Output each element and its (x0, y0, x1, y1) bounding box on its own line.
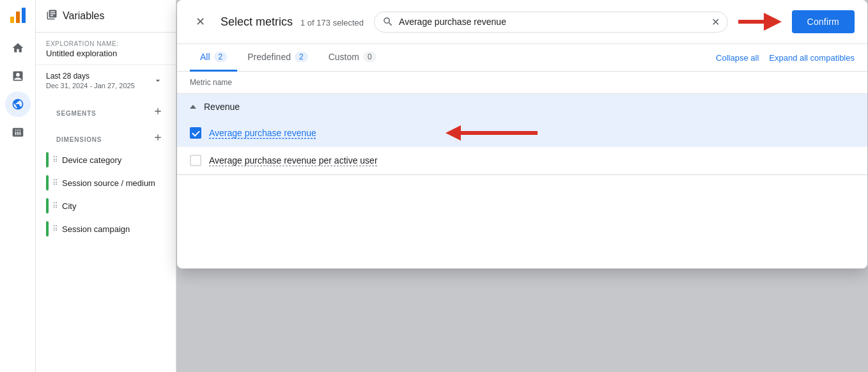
date-range-expand-btn[interactable] (150, 73, 166, 88)
exploration-name-label: EXPLORATION NAME: (36, 33, 176, 49)
metric-table: Metric name Revenue Average purchase rev… (177, 72, 867, 268)
dimension-drag-icon: ⠿ (52, 224, 58, 233)
search-bar: ✕ (374, 12, 728, 33)
variables-header: Variables (36, 0, 176, 33)
segments-section-header: SEGMENTS (36, 96, 176, 122)
analytics-logo (8, 5, 28, 27)
row-arrow-shaft (461, 131, 538, 135)
metric-row-avg-purchase-revenue[interactable]: Average purchase revenue (177, 120, 867, 147)
dimension-item[interactable]: ⠿ City (36, 194, 176, 217)
expand-all-btn[interactable]: Expand all compatibles (769, 53, 855, 63)
home-icon[interactable] (5, 35, 31, 61)
arrow-head (764, 13, 782, 31)
revenue-group-header[interactable]: Revenue (177, 94, 867, 120)
dimension-label: Session source / medium (62, 178, 155, 188)
modal-overlay: ✕ Select metrics 1 of 173 selected ✕ (176, 0, 868, 372)
dimension-color-bar (46, 152, 49, 167)
dimension-color-bar (46, 198, 49, 213)
reports-icon[interactable] (5, 63, 31, 89)
search-clear-btn[interactable]: ✕ (711, 16, 720, 28)
tab-all-badge: 2 (214, 52, 228, 62)
main-area: ✕ Select metrics 1 of 173 selected ✕ (176, 0, 868, 372)
variables-panel: Variables EXPLORATION NAME: Untitled exp… (36, 0, 176, 372)
variables-title: Variables (63, 10, 105, 22)
date-range-section: Last 28 days Dec 31, 2024 - Jan 27, 2025 (36, 65, 176, 96)
revenue-group-label: Revenue (204, 102, 240, 112)
svg-rect-2 (22, 8, 26, 23)
date-range-value: Dec 31, 2024 - Jan 27, 2025 (46, 82, 135, 89)
dimension-color-bar (46, 175, 49, 190)
tab-custom-label: Custom (329, 52, 359, 62)
add-segment-btn[interactable] (150, 104, 166, 119)
dimension-label: Device category (62, 155, 121, 165)
svg-rect-0 (10, 17, 14, 23)
dimensions-section-header: DIMENSIONS (36, 122, 176, 148)
metric-col-header: Metric name (177, 72, 867, 94)
svg-rect-1 (16, 12, 20, 23)
add-dimension-btn[interactable] (150, 130, 166, 145)
tab-predefined-label: Predefined (247, 52, 291, 62)
dimension-item[interactable]: ⠿ Session campaign (36, 217, 176, 240)
tab-custom[interactable]: Custom 0 (318, 44, 387, 72)
left-nav (0, 0, 36, 372)
dimension-item[interactable]: ⠿ Device category (36, 148, 176, 171)
dimension-drag-icon: ⠿ (52, 178, 58, 187)
revenue-group: Revenue Average purchase revenue (177, 94, 867, 175)
metric-checkbox-avg-revenue-per-user[interactable] (190, 155, 201, 166)
select-metrics-modal: ✕ Select metrics 1 of 173 selected ✕ (177, 0, 867, 268)
dimension-color-bar (46, 221, 49, 236)
dimension-label: Session campaign (62, 224, 130, 234)
explore-icon[interactable] (5, 91, 31, 117)
exploration-name-value: Untitled exploration (36, 49, 176, 65)
search-icon (382, 16, 394, 27)
modal-selected-info: 1 of 173 selected (300, 18, 364, 27)
tab-custom-badge: 0 (363, 52, 376, 62)
dimension-item[interactable]: ⠿ Session source / medium (36, 171, 176, 194)
collapse-all-btn[interactable]: Collapse all (716, 53, 759, 63)
modal-close-btn[interactable]: ✕ (190, 12, 210, 32)
modal-tabs: All 2 Predefined 2 Custom 0 Collapse all… (177, 44, 867, 72)
row-arrow (446, 125, 538, 141)
segments-label: SEGMENTS (46, 102, 107, 120)
confirm-arrow (738, 13, 782, 31)
advertising-icon[interactable] (5, 120, 31, 145)
metric-label-avg-revenue: Average purchase revenue (209, 128, 316, 138)
tab-actions: Collapse all Expand all compatibles (716, 53, 855, 63)
tab-predefined-badge: 2 (295, 52, 308, 62)
tab-all-label: All (200, 52, 210, 62)
modal-header: ✕ Select metrics 1 of 173 selected ✕ (177, 0, 867, 44)
dimension-drag-icon: ⠿ (52, 155, 58, 164)
confirm-button[interactable]: Confirm (792, 10, 855, 33)
modal-title: Select metrics (221, 15, 293, 29)
chevron-up-icon (190, 105, 196, 109)
metric-checkbox-avg-revenue[interactable] (190, 127, 201, 139)
search-input[interactable] (399, 17, 706, 27)
metric-label-avg-revenue-per-user: Average purchase revenue per active user (209, 155, 378, 166)
dimension-label: City (62, 201, 76, 211)
dimensions-label: DIMENSIONS (46, 128, 112, 146)
arrow-shaft (738, 20, 764, 24)
tab-all[interactable]: All 2 (190, 44, 237, 72)
variables-icon (46, 9, 58, 23)
dimension-drag-icon: ⠿ (52, 201, 58, 210)
metric-row-avg-purchase-revenue-per-user[interactable]: Average purchase revenue per active user (177, 147, 867, 174)
tab-predefined[interactable]: Predefined 2 (237, 44, 318, 72)
date-range-label: Last 28 days (46, 72, 135, 81)
row-arrow-head (446, 125, 461, 141)
dimension-list: ⠿ Device category ⠿ Session source / med… (36, 148, 176, 240)
